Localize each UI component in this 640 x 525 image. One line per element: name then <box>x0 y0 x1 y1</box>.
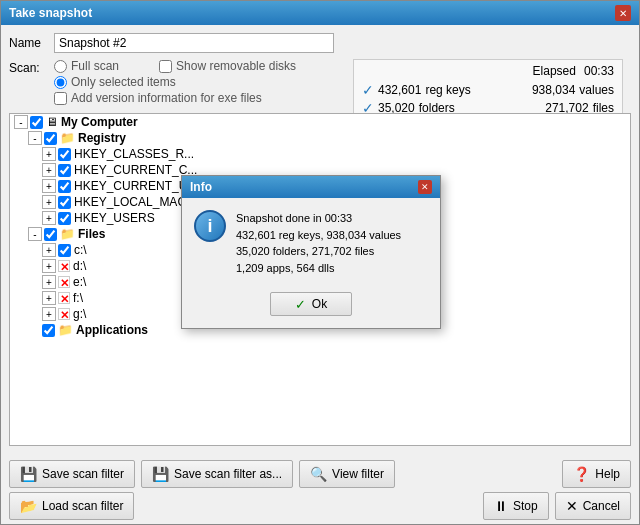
save-scan-filter-icon: 💾 <box>20 466 37 482</box>
app-icon: 📁 <box>58 323 73 337</box>
check-icon-1: ✓ <box>362 82 374 98</box>
checkbox-hku[interactable] <box>58 212 71 225</box>
title-bar: Take snapshot ✕ <box>1 1 639 25</box>
elapsed-label: Elapsed <box>533 64 576 78</box>
elapsed-value: 00:33 <box>584 64 614 78</box>
checkbox-registry[interactable] <box>44 132 57 145</box>
expand-f[interactable]: + <box>42 291 56 305</box>
expand-hkcc[interactable]: + <box>42 163 56 177</box>
expand-hklm[interactable]: + <box>42 195 56 209</box>
help-icon: ❓ <box>573 466 590 482</box>
cancel-label: Cancel <box>583 499 620 513</box>
save-scan-filter-label: Save scan filter <box>42 467 124 481</box>
load-icon: 📂 <box>20 498 37 514</box>
window-title: Take snapshot <box>9 6 92 20</box>
dialog-line1: Snapshot done in 00:33 <box>236 210 401 227</box>
e-label: e:\ <box>73 275 86 289</box>
expand-hkcr[interactable]: + <box>42 147 56 161</box>
hkcr-label: HKEY_CLASSES_R... <box>74 147 194 161</box>
bottom-bar-1: 💾 Save scan filter 💾 Save scan filter as… <box>1 454 639 492</box>
help-button[interactable]: ❓ Help <box>562 460 631 488</box>
cancel-button[interactable]: ✕ Cancel <box>555 492 631 520</box>
save-scan-filter-button[interactable]: 💾 Save scan filter <box>9 460 135 488</box>
show-removable-checkbox[interactable] <box>159 60 172 73</box>
stat-type2-1: values <box>579 83 614 97</box>
only-selected-radio-label[interactable]: Only selected items <box>54 75 296 89</box>
scan-label: Scan: <box>9 59 54 75</box>
info-icon: i <box>194 210 226 242</box>
expand-registry[interactable]: - <box>28 131 42 145</box>
expand-hku[interactable]: + <box>42 211 56 225</box>
view-filter-icon: 🔍 <box>310 466 327 482</box>
f-label: f:\ <box>73 291 83 305</box>
show-removable-text: Show removable disks <box>176 59 296 73</box>
files-label: Files <box>78 227 105 241</box>
dialog-line3: 35,020 folders, 271,702 files <box>236 243 401 260</box>
name-input[interactable] <box>54 33 334 53</box>
x-mark-e: ✕ <box>58 276 70 288</box>
checkbox-mycomputer[interactable] <box>30 116 43 129</box>
save-as-icon: 💾 <box>152 466 169 482</box>
window-close-button[interactable]: ✕ <box>615 5 631 21</box>
expand-hkcu[interactable]: + <box>42 179 56 193</box>
expand-files[interactable]: - <box>28 227 42 241</box>
dialog-line4: 1,209 apps, 564 dlls <box>236 260 401 277</box>
tree-item-registry[interactable]: - 📁 Registry <box>24 130 630 146</box>
dialog-close-button[interactable]: ✕ <box>418 180 432 194</box>
checkbox-hkcc[interactable] <box>58 164 71 177</box>
expand-g[interactable]: + <box>42 307 56 321</box>
expand-c[interactable]: + <box>42 243 56 257</box>
checkbox-hklm[interactable] <box>58 196 71 209</box>
stop-button[interactable]: ⏸ Stop <box>483 492 549 520</box>
mycomputer-label: My Computer <box>61 115 138 129</box>
cancel-icon: ✕ <box>566 498 578 514</box>
name-label: Name <box>9 36 54 50</box>
files-icon: 📁 <box>60 227 75 241</box>
stop-label: Stop <box>513 499 538 513</box>
checkbox-applications[interactable] <box>42 324 55 337</box>
list-item[interactable]: + HKEY_CLASSES_R... <box>38 146 630 162</box>
only-selected-radio[interactable] <box>54 76 67 89</box>
view-filter-button[interactable]: 🔍 View filter <box>299 460 395 488</box>
hkcc-label: HKEY_CURRENT_C... <box>74 163 197 177</box>
checkbox-hkcr[interactable] <box>58 148 71 161</box>
d-label: d:\ <box>73 259 86 273</box>
full-scan-radio[interactable] <box>54 60 67 73</box>
load-scan-filter-label: Load scan filter <box>42 499 123 513</box>
expand-e[interactable]: + <box>42 275 56 289</box>
add-version-label: Add version information for exe files <box>71 91 262 105</box>
stop-icon: ⏸ <box>494 498 508 514</box>
x-mark-g: ✕ <box>58 308 70 320</box>
bottom-bar-2: 📂 Load scan filter ⏸ Stop ✕ Cancel <box>1 492 639 524</box>
stat-count2-1: 938,034 <box>532 83 575 97</box>
computer-icon: 🖥 <box>46 115 58 129</box>
expand-d[interactable]: + <box>42 259 56 273</box>
dialog-line2: 432,601 reg keys, 938,034 values <box>236 227 401 244</box>
add-version-checkbox-label[interactable]: Add version information for exe files <box>54 91 296 105</box>
info-dialog: Info ✕ i Snapshot done in 00:33 432,601 … <box>181 175 441 329</box>
dialog-title: Info <box>190 180 212 194</box>
g-label: g:\ <box>73 307 86 321</box>
checkbox-c[interactable] <box>58 244 71 257</box>
window-content: Name Elapsed 00:33 ✓ 432,601 reg keys 93… <box>1 25 639 454</box>
full-scan-radio-label[interactable]: Full scan <box>54 59 119 73</box>
expand-mycomputer[interactable]: - <box>14 115 28 129</box>
tree-item-mycomputer[interactable]: - 🖥 My Computer <box>10 114 630 130</box>
dialog-message: Snapshot done in 00:33 432,601 reg keys,… <box>236 210 401 276</box>
add-version-checkbox[interactable] <box>54 92 67 105</box>
registry-icon: 📁 <box>60 131 75 145</box>
ok-check-icon: ✓ <box>295 297 306 312</box>
load-scan-filter-button[interactable]: 📂 Load scan filter <box>9 492 134 520</box>
ok-button[interactable]: ✓ Ok <box>270 292 352 316</box>
view-filter-label: View filter <box>332 467 384 481</box>
save-scan-filter-as-button[interactable]: 💾 Save scan filter as... <box>141 460 293 488</box>
x-mark-f: ✕ <box>58 292 70 304</box>
scan-options: Full scan Show removable disks Only sele… <box>54 59 296 105</box>
help-label: Help <box>595 467 620 481</box>
bottom-right-2: ⏸ Stop ✕ Cancel <box>483 492 631 520</box>
checkbox-files[interactable] <box>44 228 57 241</box>
checkbox-hkcu[interactable] <box>58 180 71 193</box>
show-removable-label[interactable]: Show removable disks <box>159 59 296 73</box>
hku-label: HKEY_USERS <box>74 211 155 225</box>
full-scan-label: Full scan <box>71 59 119 73</box>
